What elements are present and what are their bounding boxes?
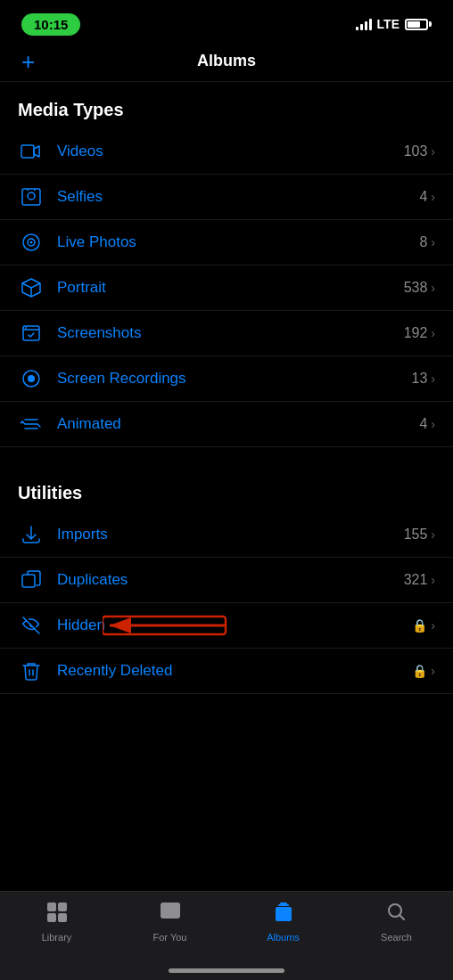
status-time: 10:15 [21,13,80,36]
list-item-screen-recordings[interactable]: Screen Recordings 13 › [0,356,453,402]
selfies-label: Selfies [57,188,419,206]
nav-bar: + Albums [0,45,453,82]
media-types-header: Media Types [0,82,453,129]
portrait-icon [18,277,45,298]
svg-point-7 [25,327,27,329]
animated-count: 4 [419,416,427,432]
svg-rect-10 [22,575,35,587]
videos-count: 103 [404,143,428,159]
screen-recordings-label: Screen Recordings [57,370,412,388]
chevron-icon: › [431,144,435,159]
svg-rect-19 [276,907,292,921]
hidden-right: 🔒 › [412,618,435,633]
live-photos-label: Live Photos [57,233,419,251]
portrait-count: 538 [404,280,428,296]
for-you-tab-label: For You [153,932,187,943]
screenshot-icon [18,323,45,344]
tab-for-you[interactable]: For You [113,901,226,943]
albums-tab-icon [272,901,295,927]
portrait-right: 538 › [404,280,435,296]
library-tab-label: Library [42,932,72,943]
portrait-label: Portrait [57,279,404,297]
hidden-icon [18,615,45,636]
lte-label: LTE [377,17,399,31]
status-bar: 10:15 LTE [0,0,453,45]
animated-label: Animated [57,415,419,433]
tab-albums[interactable]: Albums [226,901,340,943]
page-title: Albums [197,52,256,70]
for-you-tab-icon [159,901,182,927]
recently-deleted-label: Recently Deleted [57,662,412,680]
live-photos-icon [18,232,45,253]
utilities-header: Utilities [0,465,453,512]
list-item-screenshots[interactable]: Screenshots 192 › [0,311,453,356]
imports-right: 155 › [404,527,435,543]
content-scroll: Media Types Videos 103 › Selfies 4 › [0,82,453,879]
svg-rect-15 [58,902,67,911]
duplicates-count: 321 [404,572,428,588]
selfies-right: 4 › [419,189,435,205]
albums-tab-label: Albums [267,932,300,943]
screenshots-label: Screenshots [57,324,404,342]
svg-rect-17 [58,913,67,922]
list-item-hidden[interactable]: Hidden 🔒 › [0,603,453,649]
recently-deleted-right: 🔒 › [412,664,435,678]
trash-icon [18,660,45,682]
imports-label: Imports [57,526,404,543]
chevron-icon: › [431,281,435,295]
red-arrow-annotation [103,609,227,641]
chevron-icon: › [431,618,435,633]
svg-point-5 [30,241,33,244]
animated-right: 4 › [419,416,435,432]
svg-rect-20 [278,904,289,906]
duplicates-icon [18,569,45,591]
chevron-icon: › [431,664,435,678]
search-tab-icon [385,901,408,927]
screenshots-count: 192 [404,325,428,341]
duplicates-label: Duplicates [57,571,404,589]
chevron-icon: › [431,417,435,431]
live-photos-right: 8 › [419,234,435,250]
videos-right: 103 › [404,143,435,159]
chevron-icon: › [431,235,435,249]
video-icon [18,141,45,162]
imports-icon [18,524,45,545]
screen-recordings-right: 13 › [412,371,435,387]
animated-icon [18,413,45,435]
chevron-icon: › [431,573,435,587]
list-item-animated[interactable]: Animated 4 › [0,402,453,447]
svg-point-9 [28,375,35,382]
chevron-icon: › [431,190,435,204]
tab-bar: Library For You Albums [0,891,453,980]
lock-icon: 🔒 [412,618,427,633]
list-item-imports[interactable]: Imports 155 › [0,512,453,558]
imports-count: 155 [404,527,428,543]
svg-rect-0 [21,145,34,158]
list-item-portrait[interactable]: Portrait 538 › [0,265,453,311]
signal-icon [356,18,372,30]
lock-icon: 🔒 [412,664,427,678]
status-icons: LTE [356,17,432,31]
list-item-recently-deleted[interactable]: Recently Deleted 🔒 › [0,649,453,694]
battery-icon [405,19,432,30]
home-indicator [169,968,284,973]
svg-rect-14 [47,902,56,911]
svg-rect-1 [22,189,40,205]
svg-point-2 [28,192,35,200]
screenshots-right: 192 › [404,325,435,341]
add-album-button[interactable]: + [21,50,35,73]
library-tab-icon [45,901,69,927]
tab-search[interactable]: Search [340,901,453,943]
tab-library[interactable]: Library [0,901,113,943]
live-photos-count: 8 [419,234,427,250]
search-tab-label: Search [381,932,412,943]
screen-recordings-icon [18,368,45,389]
list-item-selfies[interactable]: Selfies 4 › [0,175,453,220]
section-separator [0,447,453,465]
svg-rect-21 [280,902,287,904]
list-item-duplicates[interactable]: Duplicates 321 › [0,558,453,603]
list-item-live-photos[interactable]: Live Photos 8 › [0,220,453,265]
videos-label: Videos [57,143,404,160]
list-item-videos[interactable]: Videos 103 › [0,129,453,175]
chevron-icon: › [431,372,435,386]
